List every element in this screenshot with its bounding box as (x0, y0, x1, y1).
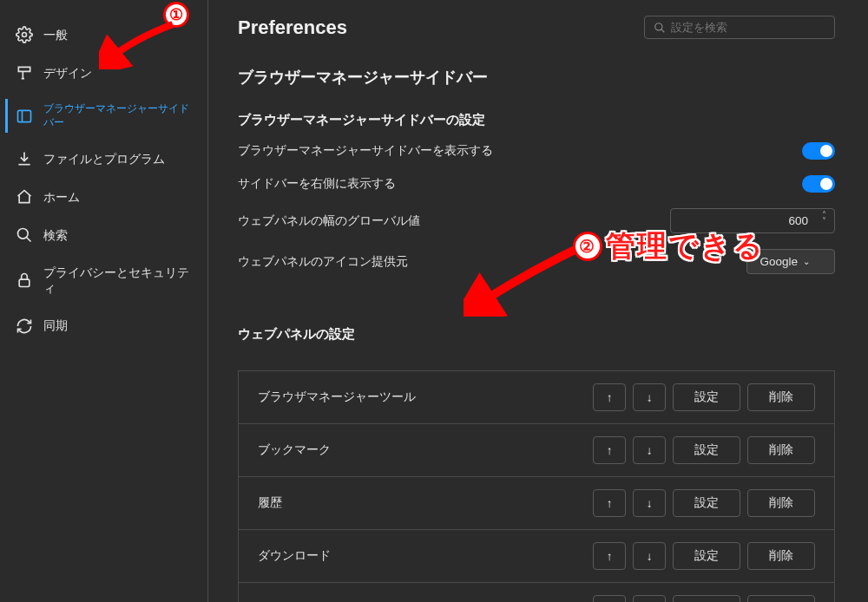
subsection-heading: ブラウザーマネージャーサイドバーの設定 (238, 112, 835, 128)
brush-icon (16, 64, 33, 82)
toggle-show-sidebar[interactable] (802, 142, 835, 160)
toggle-sidebar-right[interactable] (802, 175, 835, 193)
sidebar-item-home[interactable]: ホーム (0, 178, 207, 216)
home-icon (16, 188, 33, 206)
sidebar-item-search[interactable]: 検索 (0, 216, 207, 254)
row-show-sidebar: ブラウザーマネージャーサイドバーを表示する (238, 142, 835, 160)
move-up-button[interactable]: ↑ (593, 542, 626, 570)
svg-line-4 (27, 238, 31, 242)
sidebar-item-design[interactable]: デザイン (0, 54, 207, 92)
move-up-button[interactable]: ↑ (593, 489, 626, 517)
settings-button[interactable]: 設定 (673, 436, 740, 464)
row-sidebar-right: サイドバーを右側に表示する (238, 175, 835, 193)
sidebar-item-browser-manager-sidebar[interactable]: ブラウザーマネージャーサイドバー (0, 92, 207, 140)
search-icon (654, 22, 666, 34)
sidebar-item-label: ブラウザーマネージャーサイドバー (43, 102, 192, 129)
sidebar-item-label: ホーム (43, 189, 80, 205)
move-down-button[interactable]: ↓ (633, 595, 666, 602)
sidebar-item-label: 検索 (43, 227, 68, 243)
panel-icon (16, 108, 33, 125)
dropdown-value: Google (760, 255, 798, 268)
row-label: ウェブパネルの幅のグローバル値 (238, 213, 420, 229)
move-down-button[interactable]: ↓ (633, 489, 666, 517)
settings-button[interactable]: 設定 (673, 383, 740, 411)
main-content: Preferences ブラウザーマネージャーサイドバー ブラウザーマネージャー… (208, 0, 868, 602)
svg-line-7 (661, 29, 665, 32)
sidebar-item-sync[interactable]: 同期 (0, 307, 207, 345)
row-label: ブラウザーマネージャーサイドバーを表示する (238, 143, 493, 159)
lock-icon (16, 272, 33, 289)
sidebar-item-label: ファイルとプログラム (43, 151, 165, 167)
page-title: Preferences (238, 16, 347, 39)
topbar: Preferences (238, 16, 835, 39)
panel-label: ブラウザマネージャーツール (258, 389, 593, 405)
row-label: サイドバーを右側に表示する (238, 176, 396, 192)
sidebar-item-label: プライバシーとセキュリティ (43, 265, 192, 296)
panel-list: ブラウザマネージャーツール ↑ ↓ 設定 削除 ブックマーク ↑ ↓ 設定 削除… (238, 370, 835, 602)
move-down-button[interactable]: ↓ (633, 542, 666, 570)
move-up-button[interactable]: ↑ (593, 436, 626, 464)
svg-rect-5 (19, 280, 30, 287)
settings-button[interactable]: 設定 (673, 595, 740, 602)
search-input[interactable] (671, 21, 825, 34)
sidebar: 一般 デザイン ブラウザーマネージャーサイドバー ファイルとプログラム ホーム … (0, 0, 208, 602)
delete-button[interactable]: 削除 (747, 489, 815, 517)
panel-label: ブックマーク (258, 442, 593, 458)
search-icon (16, 226, 33, 244)
svg-point-3 (18, 229, 29, 239)
svg-point-0 (23, 33, 27, 37)
annotation-circle-1: ① (163, 2, 189, 28)
delete-button[interactable]: 削除 (747, 595, 815, 602)
panel-row: ブラウザマネージャーツール ↑ ↓ 設定 削除 (238, 370, 835, 424)
search-settings[interactable] (644, 16, 835, 39)
move-down-button[interactable]: ↓ (633, 383, 666, 411)
chevron-down-icon: ⌄ (803, 257, 810, 266)
panel-label: ダウンロード (258, 548, 593, 564)
svg-point-6 (655, 23, 662, 29)
move-up-button[interactable]: ↑ (593, 595, 626, 602)
sidebar-item-label: 一般 (43, 27, 68, 43)
annotation-circle-2: ② (573, 232, 602, 261)
svg-rect-1 (18, 110, 31, 121)
gear-icon (16, 26, 33, 43)
download-icon (16, 150, 33, 167)
panel-row: 履歴 ↑ ↓ 設定 削除 (238, 476, 835, 530)
row-label: ウェブパネルのアイコン提供元 (238, 254, 408, 270)
move-up-button[interactable]: ↑ (593, 383, 626, 411)
sync-icon (16, 317, 33, 335)
move-down-button[interactable]: ↓ (633, 436, 666, 464)
sidebar-item-label: 同期 (43, 317, 68, 333)
panel-label: 履歴 (258, 495, 593, 511)
delete-button[interactable]: 削除 (747, 383, 815, 411)
settings-button[interactable]: 設定 (673, 489, 740, 517)
settings-button[interactable]: 設定 (673, 542, 740, 570)
panel-row: Notes ↑ ↓ 設定 削除 (238, 582, 835, 602)
section-heading: ブラウザーマネージャーサイドバー (238, 67, 835, 88)
delete-button[interactable]: 削除 (747, 542, 815, 570)
delete-button[interactable]: 削除 (747, 436, 815, 464)
subsection-heading-panels: ウェブパネルの設定 (238, 326, 835, 343)
sidebar-item-privacy-security[interactable]: プライバシーとセキュリティ (0, 254, 207, 306)
sidebar-item-files-programs[interactable]: ファイルとプログラム (0, 140, 207, 178)
annotation-text-2: ② 管理できる (573, 226, 765, 266)
sidebar-item-label: デザイン (43, 65, 92, 81)
panel-row: ブックマーク ↑ ↓ 設定 削除 (238, 423, 835, 477)
panel-row: ダウンロード ↑ ↓ 設定 削除 (238, 529, 835, 583)
